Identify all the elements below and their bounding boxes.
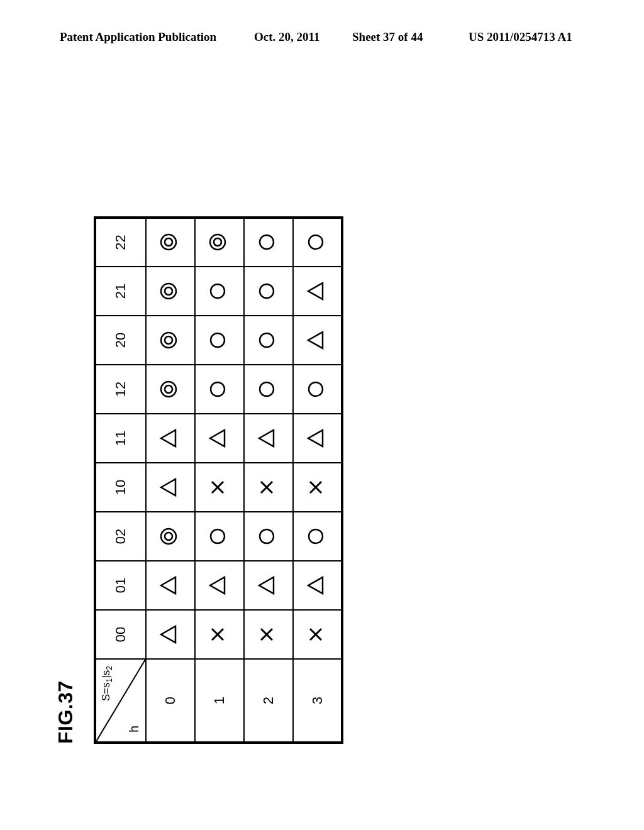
svg-marker-5 [161, 479, 175, 495]
cell [293, 463, 342, 512]
cell [293, 561, 342, 610]
triangle-icon [158, 575, 179, 595]
cell [293, 316, 342, 365]
cross-icon [257, 624, 277, 645]
triangle-icon [158, 477, 179, 497]
triangle-icon [158, 624, 179, 645]
triangle-icon [306, 281, 326, 301]
svg-point-34 [260, 382, 274, 396]
table-row: 3 [293, 218, 342, 743]
cell [146, 561, 195, 610]
col-header: 02 [95, 512, 146, 561]
svg-point-45 [309, 382, 323, 396]
triangle-icon [158, 428, 179, 448]
col-header: 11 [95, 414, 146, 463]
col-header: 21 [95, 267, 146, 316]
svg-point-48 [309, 236, 323, 250]
cross-icon [257, 477, 277, 497]
header-sheet: Sheet 37 of 44 [352, 30, 423, 44]
cell [146, 463, 195, 512]
svg-point-25 [210, 235, 225, 250]
circle-icon [257, 526, 277, 546]
cell [244, 267, 293, 316]
cell [244, 610, 293, 659]
double-circle-icon [158, 330, 179, 350]
table-row: 0 [146, 218, 195, 743]
triangle-icon [208, 575, 228, 595]
svg-point-3 [161, 529, 176, 544]
cell [195, 610, 244, 659]
circle-icon [306, 526, 326, 546]
circle-icon [208, 281, 228, 301]
cell [195, 316, 244, 365]
col-header: 10 [95, 463, 146, 512]
row-header: 1 [195, 659, 244, 743]
svg-point-22 [211, 382, 225, 396]
cell [146, 267, 195, 316]
col-header: 20 [95, 316, 146, 365]
svg-point-12 [165, 287, 172, 295]
cross-icon [208, 624, 228, 645]
triangle-icon [306, 330, 326, 350]
svg-point-24 [211, 284, 225, 298]
svg-point-18 [211, 529, 225, 543]
row-header: 3 [293, 659, 342, 743]
svg-marker-29 [259, 577, 274, 594]
svg-point-37 [260, 236, 274, 250]
double-circle-icon [208, 233, 228, 253]
svg-point-11 [161, 284, 176, 299]
cell [244, 414, 293, 463]
cell [293, 512, 342, 561]
cell [146, 218, 195, 267]
cell [195, 512, 244, 561]
cell [146, 365, 195, 414]
col-header: 00 [95, 610, 146, 659]
col-header: 01 [95, 561, 146, 610]
cell [195, 218, 244, 267]
cell [195, 463, 244, 512]
triangle-icon [208, 428, 228, 448]
circle-icon [257, 379, 277, 399]
col-header: 12 [95, 365, 146, 414]
svg-marker-33 [259, 430, 274, 446]
figure-label: FIG.37 [54, 216, 77, 744]
double-circle-icon [158, 526, 179, 546]
triangle-icon [257, 428, 277, 448]
svg-marker-17 [210, 577, 225, 594]
circle-icon [306, 379, 326, 399]
cell [146, 316, 195, 365]
cross-icon [306, 477, 326, 497]
table-row: 2 [244, 218, 293, 743]
svg-marker-2 [161, 577, 175, 594]
svg-point-41 [309, 529, 323, 543]
figure-table: S=s1|s2 h 00 01 02 10 11 12 20 21 22 0 [94, 216, 343, 744]
cell [293, 267, 342, 316]
circle-icon [257, 330, 277, 350]
svg-point-14 [165, 239, 172, 246]
cell [244, 365, 293, 414]
circle-icon [257, 281, 277, 301]
cell [244, 561, 293, 610]
triangle-icon [306, 575, 326, 595]
svg-marker-46 [308, 332, 323, 348]
cell [293, 414, 342, 463]
cell [244, 512, 293, 561]
row-header: 0 [146, 659, 195, 743]
svg-point-8 [165, 385, 172, 393]
cross-icon [306, 624, 326, 645]
circle-icon [306, 233, 326, 253]
svg-marker-47 [308, 283, 323, 299]
cell [146, 512, 195, 561]
double-circle-icon [158, 233, 179, 253]
circle-icon [208, 330, 228, 350]
svg-point-30 [260, 529, 274, 543]
cell [293, 218, 342, 267]
cell [195, 267, 244, 316]
cell [195, 414, 244, 463]
double-circle-icon [158, 379, 179, 399]
svg-marker-21 [210, 430, 225, 446]
circle-icon [208, 379, 228, 399]
svg-point-10 [165, 336, 172, 344]
svg-point-35 [260, 333, 274, 347]
svg-point-7 [161, 382, 176, 397]
